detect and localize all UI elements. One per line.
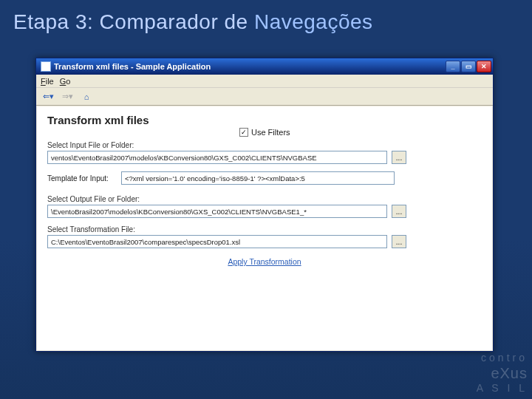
arrow-right-icon: ⇒ — [62, 92, 69, 101]
check-icon: ✓ — [241, 129, 247, 136]
arrow-left-icon: ⇐ — [43, 92, 50, 101]
browse-output-button[interactable]: ... — [392, 205, 406, 218]
input-path-field[interactable]: ventos\EventoBrasil2007\modelos\KBConver… — [47, 151, 387, 164]
watermark: contro eXus A S I L — [477, 352, 528, 395]
toolbar: ⇐ ▾ ⇒ ▾ ⌂ — [36, 88, 493, 106]
browse-input-button[interactable]: ... — [392, 151, 406, 164]
use-filters-row: ✓ Use Filters — [239, 128, 482, 137]
app-icon — [41, 61, 51, 72]
use-filters-label: Use Filters — [251, 128, 290, 137]
slide-title-accent: Navegações — [254, 10, 373, 33]
watermark-line1: contro — [481, 352, 528, 364]
minimize-button[interactable]: _ — [446, 61, 460, 72]
menu-bar: FFileile GGoo — [36, 75, 493, 88]
slide-title: Etapa 3: Comparador de Navegações — [0, 0, 532, 34]
input-label: Select Input File or Folder: — [47, 141, 482, 149]
back-button[interactable]: ⇐ ▾ — [41, 90, 55, 103]
template-label: Template for Input: — [47, 174, 114, 183]
home-icon: ⌂ — [84, 92, 89, 101]
form-panel: Transform xml files ✓ Use Filters Select… — [37, 106, 492, 350]
close-button[interactable]: ✕ — [477, 61, 491, 72]
forward-button[interactable]: ⇒ ▾ — [60, 90, 75, 103]
home-button[interactable]: ⌂ — [79, 90, 94, 103]
output-label: Select Output File or Folder: — [47, 195, 482, 203]
menu-file[interactable]: FFileile — [41, 77, 54, 86]
output-path-field[interactable]: \EventoBrasil2007\modelos\KBConversion80… — [47, 205, 387, 218]
browse-transform-button[interactable]: ... — [392, 235, 406, 248]
slide-title-prefix: Etapa 3: Comparador de — [13, 10, 254, 33]
apply-transformation-link[interactable]: Apply Transformation — [47, 257, 482, 266]
transform-path-field[interactable]: C:\Eventos\EventoBrasil2007\comparespec\… — [47, 235, 387, 248]
maximize-button[interactable]: ▭ — [461, 61, 476, 72]
window-title: Transform xml files - Sample Application — [54, 62, 445, 71]
titlebar[interactable]: Transform xml files - Sample Application… — [36, 58, 493, 75]
watermark-line3: A S I L — [477, 382, 528, 394]
use-filters-checkbox[interactable]: ✓ — [239, 128, 248, 137]
form-heading: Transform xml files — [47, 114, 482, 126]
transform-label: Select Transformation File: — [47, 225, 482, 233]
template-field[interactable]: <?xml version='1.0' encoding='iso-8859-1… — [121, 171, 395, 185]
menu-go[interactable]: GGoo — [60, 77, 71, 86]
app-window: Transform xml files - Sample Application… — [35, 58, 494, 352]
watermark-line2: eXus — [477, 364, 528, 382]
